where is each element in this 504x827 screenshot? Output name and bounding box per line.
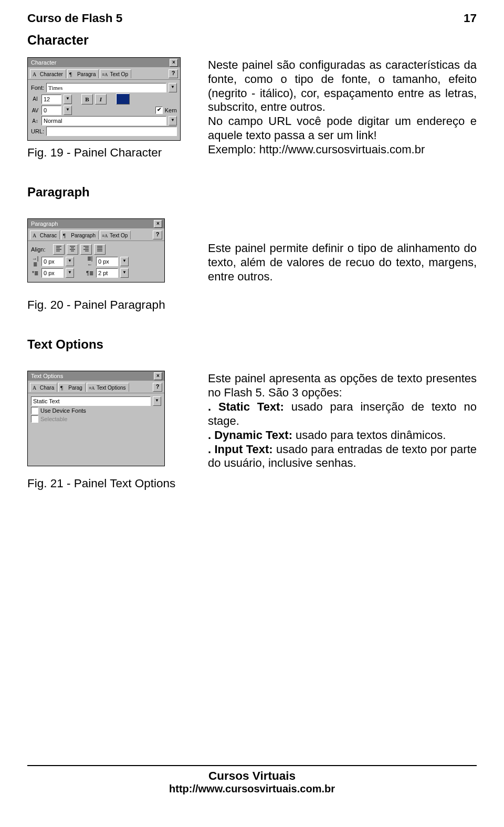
chevron-down-icon[interactable]: ▼: [66, 257, 74, 266]
line-spacing-icon: ¶≣: [86, 270, 94, 276]
indent-right-icon: ≣|←: [86, 256, 94, 267]
chevron-down-icon[interactable]: ▼: [169, 83, 177, 92]
text-color-swatch[interactable]: [116, 93, 130, 104]
align-justify-button[interactable]: [94, 244, 106, 255]
text-type-field[interactable]: Static Text: [31, 396, 151, 406]
close-icon[interactable]: ×: [170, 59, 178, 67]
indent-right-field[interactable]: 0 px: [96, 257, 118, 266]
svg-text:A: A: [33, 71, 37, 77]
baseline-field[interactable]: Normal: [41, 116, 166, 125]
page-header: Curso de Flash 5 17: [27, 12, 477, 25]
panel-titlebar[interactable]: Paragraph ×: [28, 219, 164, 228]
panel-titlebar[interactable]: Character ×: [28, 58, 180, 67]
font-size-icon: AI: [31, 96, 39, 102]
panel-title: Text Options: [31, 373, 63, 379]
chevron-down-icon[interactable]: ▼: [120, 268, 129, 278]
textoptions-tab-icon: ≡A: [102, 232, 108, 238]
character-tab-icon: A: [32, 71, 38, 77]
svg-text:A: A: [33, 385, 37, 391]
svg-text:≡A: ≡A: [102, 233, 108, 238]
section-title-character: Character: [27, 33, 477, 48]
help-icon[interactable]: ?: [153, 383, 162, 392]
footer-url: http://www.cursosvirtuais.com.br: [27, 783, 477, 795]
footer-divider: [27, 765, 477, 766]
tracking-field[interactable]: 0: [41, 106, 61, 115]
close-icon[interactable]: ×: [154, 372, 162, 380]
baseline-icon: A↕: [31, 118, 39, 124]
figure-caption: Fig. 19 - Painel Character: [27, 146, 195, 160]
tab-paragraph[interactable]: ¶ Paragra: [67, 69, 99, 78]
page-footer: Cursos Virtuais http://www.cursosvirtuai…: [27, 765, 477, 795]
paragraph-description: Este painel permite definir o tipo de al…: [208, 242, 477, 284]
italic-button[interactable]: I: [95, 94, 107, 104]
svg-text:≡A: ≡A: [89, 385, 95, 391]
textoptions-tab-icon: ≡A: [102, 71, 108, 77]
svg-text:¶: ¶: [63, 232, 66, 238]
svg-text:¶: ¶: [69, 71, 72, 77]
kern-checkbox[interactable]: ✔: [155, 107, 163, 114]
font-label: Font:: [31, 85, 44, 91]
url-field[interactable]: [46, 127, 177, 136]
margin-left-field[interactable]: 0 px: [41, 268, 64, 278]
svg-text:A: A: [33, 233, 37, 238]
panel-tabs: A Chara ¶ Parag ≡A Text Options ?: [28, 381, 164, 393]
svg-text:≡A: ≡A: [102, 72, 108, 77]
textoptions-description: Este painel apresenta as opções de texto…: [208, 372, 477, 470]
panel-tabs: A Charac ¶ Paragraph ≡A Text Op ?: [28, 228, 164, 241]
tab-text-options[interactable]: ≡A Text Op: [100, 231, 131, 239]
panel-title: Character: [31, 59, 56, 66]
panel-titlebar[interactable]: Text Options ×: [28, 371, 164, 381]
selectable-label: Selectable: [40, 416, 67, 422]
character-tab-icon: A: [32, 232, 38, 238]
help-icon[interactable]: ?: [169, 69, 178, 78]
selectable-checkbox[interactable]: [31, 415, 38, 423]
tracking-icon: AV: [31, 108, 39, 113]
paragraph-tab-icon: ¶: [63, 232, 69, 238]
device-fonts-checkbox[interactable]: [31, 407, 38, 414]
footer-title: Cursos Virtuais: [27, 769, 477, 783]
tab-text-options[interactable]: ≡A Text Options: [87, 383, 129, 392]
character-description: Neste painel são configuradas as caracte…: [208, 58, 477, 157]
chevron-down-icon[interactable]: ▼: [66, 268, 74, 278]
page-number: 17: [464, 12, 477, 25]
font-field[interactable]: Times: [46, 83, 166, 92]
indent-left-icon: →|≣: [31, 256, 39, 267]
chevron-down-icon[interactable]: ▼: [169, 116, 177, 125]
panel-character: Character × A Character ¶ Paragra: [27, 57, 181, 141]
bold-button[interactable]: B: [81, 94, 93, 104]
margin-left-icon: *≣: [31, 270, 39, 276]
paragraph-tab-icon: ¶: [69, 71, 76, 77]
chevron-down-icon[interactable]: ▼: [64, 95, 72, 104]
tab-character[interactable]: A Chara: [30, 383, 57, 392]
textoptions-tab-icon: ≡A: [89, 384, 95, 391]
panel-paragraph: Paragraph × A Charac ¶ Paragraph ≡A Text…: [27, 218, 165, 282]
figure-caption: Fig. 21 - Painel Text Options: [27, 477, 195, 490]
chevron-down-icon[interactable]: ▼: [120, 257, 129, 266]
align-label: Align:: [31, 246, 46, 253]
tab-paragraph[interactable]: ¶ Parag: [58, 383, 86, 392]
paragraph-tab-icon: ¶: [60, 384, 67, 391]
line-spacing-field[interactable]: 2 pt: [96, 268, 118, 278]
font-size-field[interactable]: 12: [41, 95, 61, 104]
help-icon[interactable]: ?: [153, 231, 162, 239]
align-right-button[interactable]: [80, 244, 92, 255]
character-tab-icon: A: [32, 384, 38, 391]
align-left-button[interactable]: [53, 244, 65, 255]
tab-text-options[interactable]: ≡A Text Op: [100, 69, 131, 78]
url-label: URL:: [31, 128, 44, 134]
tab-character[interactable]: A Charac: [30, 231, 60, 239]
tab-character[interactable]: A Character: [30, 69, 66, 78]
panel-title: Paragraph: [31, 221, 58, 227]
close-icon[interactable]: ×: [154, 220, 162, 228]
chevron-down-icon[interactable]: ▼: [64, 106, 72, 115]
align-center-button[interactable]: [67, 244, 78, 255]
svg-text:¶: ¶: [60, 384, 63, 391]
figure-caption: Fig. 20 - Painel Paragraph: [27, 298, 477, 312]
chevron-down-icon[interactable]: ▼: [153, 396, 161, 406]
doc-title: Curso de Flash 5: [27, 12, 122, 25]
kern-label: Kern: [165, 107, 177, 113]
panel-text-options: Text Options × A Chara ¶ Parag ≡A Text O…: [27, 371, 165, 466]
tab-paragraph[interactable]: ¶ Paragraph: [61, 231, 99, 239]
indent-left-field[interactable]: 0 px: [41, 257, 64, 266]
panel-tabs: A Character ¶ Paragra ≡A Te: [28, 67, 180, 80]
